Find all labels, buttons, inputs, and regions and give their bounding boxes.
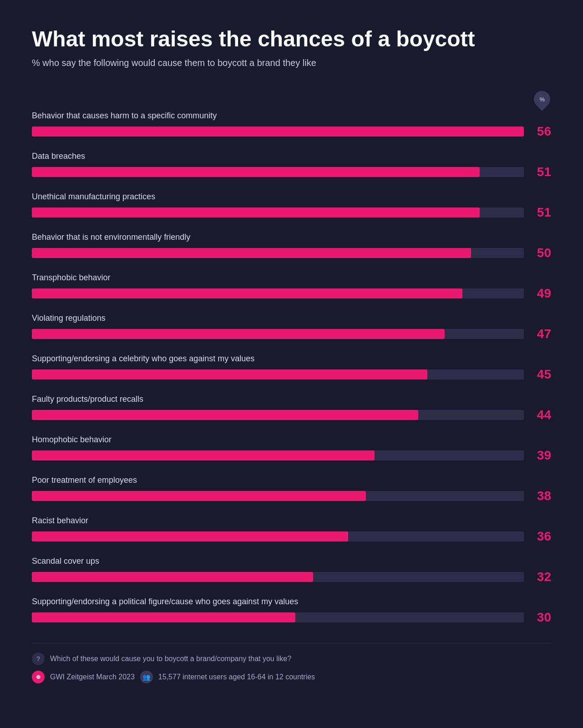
- bar-track: [32, 329, 524, 339]
- bar-row: Supporting/endorsing a political figure/…: [32, 597, 551, 625]
- page-subtitle: % who say the following would cause them…: [32, 58, 551, 68]
- bar-track-row: 36: [32, 529, 551, 544]
- bar-value: 50: [531, 246, 551, 260]
- bar-value: 38: [531, 489, 551, 503]
- bar-row: Faulty products/product recalls44: [32, 394, 551, 422]
- bar-value: 45: [531, 367, 551, 382]
- bar-label: Transphobic behavior: [32, 273, 551, 283]
- bar-track-row: 51: [32, 205, 551, 220]
- bar-fill: [32, 207, 480, 217]
- bar-label: Scandal cover ups: [32, 556, 551, 566]
- gwi-icon: ⊕: [32, 671, 45, 683]
- bar-label: Violating regulations: [32, 313, 551, 323]
- bar-track: [32, 491, 524, 501]
- bar-value: 36: [531, 529, 551, 544]
- bar-fill: [32, 612, 295, 622]
- users-icon: 👥: [140, 671, 153, 683]
- bar-row: Violating regulations47: [32, 313, 551, 341]
- bar-value: 44: [531, 408, 551, 422]
- bar-row: Poor treatment of employees38: [32, 475, 551, 503]
- source-item: ⊕ GWI Zeitgeist March 2023 👥 15,577 inte…: [32, 671, 551, 683]
- percent-icon: %: [531, 87, 554, 111]
- bar-value: 30: [531, 610, 551, 625]
- bar-fill: [32, 410, 418, 420]
- bar-row: Homophobic behavior39: [32, 435, 551, 463]
- bar-fill: [32, 531, 348, 541]
- bar-track-row: 44: [32, 408, 551, 422]
- question-text: Which of these would cause you to boycot…: [50, 655, 291, 663]
- bar-fill: [32, 369, 427, 379]
- bar-track-row: 47: [32, 327, 551, 341]
- bar-fill: [32, 288, 462, 298]
- bar-track: [32, 248, 524, 258]
- bar-label: Supporting/endorsing a celebrity who goe…: [32, 354, 551, 364]
- bar-row: Behavior that is not environmentally fri…: [32, 233, 551, 260]
- bar-track: [32, 167, 524, 177]
- question-icon: ?: [32, 652, 45, 665]
- bar-track: [32, 369, 524, 379]
- bar-row: Supporting/endorsing a celebrity who goe…: [32, 354, 551, 382]
- bar-label: Behavior that is not environmentally fri…: [32, 233, 551, 242]
- bars-container: Behavior that causes harm to a specific …: [32, 111, 551, 625]
- bar-value: 49: [531, 286, 551, 301]
- bar-fill: [32, 126, 524, 136]
- bar-row: Racist behavior36: [32, 516, 551, 544]
- bar-track: [32, 531, 524, 541]
- percent-symbol: %: [539, 96, 545, 102]
- bar-label: Behavior that causes harm to a specific …: [32, 111, 551, 121]
- bar-value: 47: [531, 327, 551, 341]
- bar-track-row: 51: [32, 165, 551, 179]
- bar-row: Data breaches51: [32, 152, 551, 179]
- bar-label: Poor treatment of employees: [32, 475, 551, 485]
- bar-row: Transphobic behavior49: [32, 273, 551, 301]
- bar-label: Data breaches: [32, 152, 551, 161]
- bar-track: [32, 450, 524, 460]
- bar-label: Racist behavior: [32, 516, 551, 526]
- question-item: ? Which of these would cause you to boyc…: [32, 652, 551, 665]
- footer: ? Which of these would cause you to boyc…: [32, 643, 551, 683]
- bar-track-row: 50: [32, 246, 551, 260]
- bar-row: Behavior that causes harm to a specific …: [32, 111, 551, 139]
- bar-track: [32, 410, 524, 420]
- bar-track-row: 30: [32, 610, 551, 625]
- bar-fill: [32, 491, 366, 501]
- bar-label: Unethical manufacturing practices: [32, 192, 551, 202]
- page-title: What most raises the chances of a boycot…: [32, 27, 551, 51]
- bar-track: [32, 126, 524, 136]
- bar-track-row: 38: [32, 489, 551, 503]
- bar-fill: [32, 167, 480, 177]
- bar-label: Faulty products/product recalls: [32, 394, 551, 404]
- bar-value: 56: [531, 124, 551, 139]
- bar-fill: [32, 572, 313, 582]
- bar-value: 51: [531, 205, 551, 220]
- bar-track-row: 49: [32, 286, 551, 301]
- bar-track: [32, 572, 524, 582]
- bar-track-row: 45: [32, 367, 551, 382]
- bar-value: 39: [531, 448, 551, 463]
- bar-track: [32, 207, 524, 217]
- sample-text: 15,577 internet users aged 16-64 in 12 c…: [158, 673, 315, 681]
- percent-header: %: [32, 91, 551, 107]
- bar-fill: [32, 248, 471, 258]
- chart-container: % Behavior that causes harm to a specifi…: [32, 91, 551, 625]
- bar-value: 32: [531, 570, 551, 584]
- source-text: GWI Zeitgeist March 2023: [50, 673, 135, 681]
- bar-track: [32, 612, 524, 622]
- bar-fill: [32, 329, 445, 339]
- bar-row: Unethical manufacturing practices51: [32, 192, 551, 220]
- bar-track: [32, 288, 524, 298]
- bar-label: Homophobic behavior: [32, 435, 551, 445]
- bar-value: 51: [531, 165, 551, 179]
- bar-label: Supporting/endorsing a political figure/…: [32, 597, 551, 607]
- bar-track-row: 56: [32, 124, 551, 139]
- bar-track-row: 39: [32, 448, 551, 463]
- bar-track-row: 32: [32, 570, 551, 584]
- bar-fill: [32, 450, 375, 460]
- bar-row: Scandal cover ups32: [32, 556, 551, 584]
